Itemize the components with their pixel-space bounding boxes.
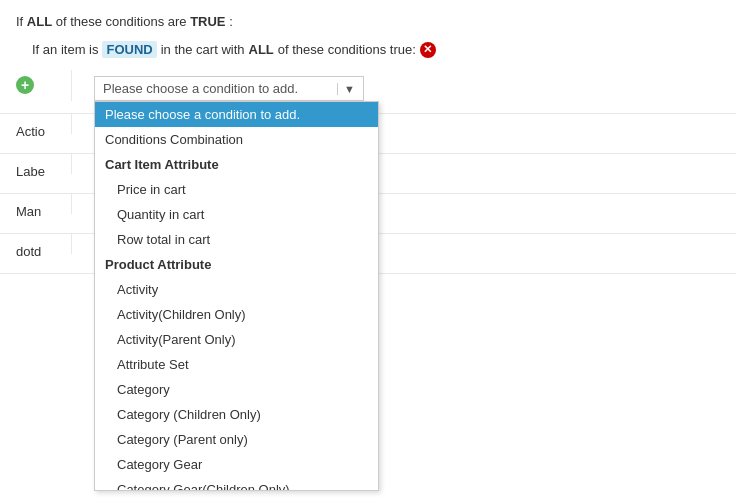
dropdown-item[interactable]: Price in cart	[95, 177, 378, 202]
sub-middle: in the cart with	[161, 42, 245, 57]
dropdown-item[interactable]: Quantity in cart	[95, 202, 378, 227]
dropdown-item[interactable]: Category Gear	[95, 452, 378, 477]
dropdown-arrow-icon: ▼	[337, 83, 355, 95]
dropdown-item[interactable]: Activity	[95, 277, 378, 302]
dropdown-item[interactable]: Conditions Combination	[95, 127, 378, 152]
dropdown-item[interactable]: Activity(Children Only)	[95, 302, 378, 327]
sub-all-keyword: ALL	[249, 42, 274, 57]
row-label-labe: Labe	[16, 154, 71, 189]
dropdown-item[interactable]: Activity(Parent Only)	[95, 327, 378, 352]
dropdown-item[interactable]: Category	[95, 377, 378, 402]
rows-container: + Please choose a condition to add. ▼ Pl…	[0, 70, 736, 274]
row-label-man: Man	[16, 194, 71, 229]
sub-condition-line: If an item is FOUND in the cart with ALL…	[0, 37, 736, 66]
delete-condition-icon[interactable]: ✕	[420, 42, 436, 58]
condition-middle: of these conditions are	[52, 14, 190, 29]
condition-colon: :	[226, 14, 233, 29]
row-label-actio: Actio	[16, 114, 71, 149]
found-keyword: FOUND	[102, 41, 156, 58]
dropdown-item[interactable]: Row total in cart	[95, 227, 378, 252]
page-wrapper: If ALL of these conditions are TRUE : If…	[0, 0, 736, 504]
dropdown-selected-label: Please choose a condition to add.	[103, 81, 298, 96]
condition-prefix: If	[16, 14, 27, 29]
dropdown-item[interactable]: Category (Parent only)	[95, 427, 378, 452]
condition-dropdown-list: Please choose a condition to add.Conditi…	[94, 101, 379, 491]
condition-dropdown-container: Please choose a condition to add. ▼ Plea…	[94, 76, 364, 101]
dropdown-item[interactable]: Category (Children Only)	[95, 402, 378, 427]
sub-prefix: If an item is	[32, 42, 98, 57]
condition-all-keyword: ALL	[27, 14, 52, 29]
condition-true-keyword: TRUE	[190, 14, 225, 29]
dropdown-item[interactable]: Attribute Set	[95, 352, 378, 377]
condition-dropdown-trigger[interactable]: Please choose a condition to add. ▼	[94, 76, 364, 101]
add-condition-row: + Please choose a condition to add. ▼ Pl…	[0, 70, 736, 114]
dropdown-item[interactable]: Category Gear(Children Only)	[95, 477, 378, 491]
sub-suffix: of these conditions true:	[278, 42, 416, 57]
add-condition-icon[interactable]: +	[16, 76, 34, 94]
dropdown-item: Cart Item Attribute	[95, 152, 378, 177]
dropdown-item: Product Attribute	[95, 252, 378, 277]
top-condition: If ALL of these conditions are TRUE :	[0, 0, 736, 37]
row-label-dotd: dotd	[16, 234, 71, 269]
main-content: + Please choose a condition to add. ▼ Pl…	[0, 70, 736, 274]
dropdown-item[interactable]: Please choose a condition to add.	[95, 102, 378, 127]
